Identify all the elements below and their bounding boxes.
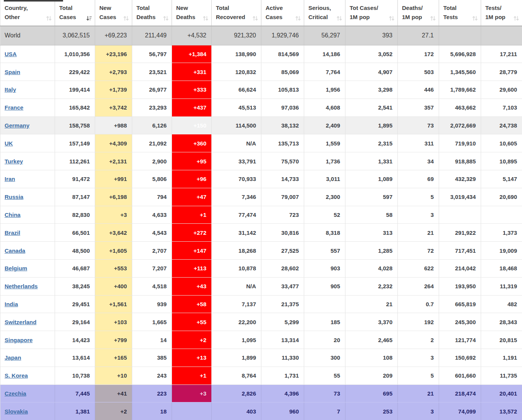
sort-icon[interactable] [163,15,169,21]
col-header-serious-critical[interactable]: Serious,Critical [304,0,345,26]
table-row: Canada48,500+1,6052,707+14718,26827,5255… [0,242,522,260]
cell-total-deaths: 2,900 [132,152,172,170]
country-link[interactable]: Czechia [5,390,26,397]
country-link[interactable]: Switzerland [5,319,36,325]
cell-total-tests: 291,922 [439,224,481,242]
cell-serious-critical: 557 [304,242,345,260]
cell-total-recovered: N/A [212,277,261,295]
table-row: UK157,149+4,30921,092+360N/A135,7131,559… [0,134,522,152]
col-header-total-recovered[interactable]: TotalRecovered [212,0,261,26]
cell-total-cases: 165,842 [55,99,95,116]
cell-total-tests: 1,789,662 [439,81,481,99]
cell-new-cases: +4,309 [95,134,132,152]
cell-active-cases: 30,816 [261,224,304,242]
cell-deaths-per-1m: 357 [398,99,439,116]
col-header-total-cases[interactable]: TotalCases [55,0,95,26]
cell-total-cases: 48,500 [55,242,95,260]
country-link[interactable]: Turkey [5,158,23,165]
cell-active-cases: 4,396 [261,384,304,402]
country-link[interactable]: Singapore [5,337,32,343]
sort-icon[interactable] [295,15,301,21]
country-link[interactable]: Italy [5,86,16,93]
cell-total-recovered: 120,832 [212,63,261,81]
cell-total-tests: 5,696,928 [439,45,481,63]
sort-desc-icon[interactable] [86,15,92,21]
cell-new-deaths: +437 [172,99,212,116]
country-link[interactable]: USA [5,51,17,57]
sort-icon[interactable] [203,15,209,21]
cell-serious-critical: 56,297 [304,26,345,45]
country-link[interactable]: Belgium [5,265,27,271]
cell-tests-per-1m: 19,009 [481,242,522,260]
cell-deaths-per-1m: 21 [398,224,439,242]
sort-icon[interactable] [389,15,395,21]
cell-total-deaths: 1,665 [132,313,172,331]
country-link[interactable]: Canada [5,247,25,254]
table-row: Netherlands38,245+4004,518+43N/A33,47790… [0,277,522,295]
country-link[interactable]: Slovakia [5,408,28,415]
cell-total-cases: 66,501 [55,224,95,242]
tab-indicator [4,0,63,2]
cell-new-deaths: +150 [172,116,212,134]
col-header-name[interactable]: Country,Other [0,0,55,26]
cell-total-recovered: 1,899 [212,349,261,367]
sort-icon[interactable] [513,15,519,21]
sort-icon[interactable] [123,15,129,21]
cell-total-deaths: 18 [132,402,172,420]
country-link[interactable]: India [5,301,18,307]
cell-cases-per-1m: 4,028 [345,260,398,278]
cell-new-deaths: +1 [172,206,212,224]
sort-icon[interactable] [472,15,478,21]
col-header-label: Recovered [216,14,245,20]
cell-cases-per-1m: 209 [345,367,398,384]
cell-active-cases: 135,713 [261,134,304,152]
col-header-total-deaths[interactable]: TotalDeaths [132,0,172,26]
country-link[interactable]: Iran [5,176,15,182]
cell-active-cases: 85,069 [261,63,304,81]
table-row: Russia87,147+6,198794+477,34679,0072,300… [0,188,522,206]
country-link[interactable]: Germany [5,122,29,129]
col-header-deaths-per-1m[interactable]: Deaths/1M pop [398,0,439,26]
cell-total-cases: 46,687 [55,260,95,278]
col-header-new-cases[interactable]: NewCases [95,0,132,26]
sort-icon[interactable] [430,15,436,21]
cell-total-tests: 918,885 [439,152,481,170]
cell-tests-per-1m: 29,600 [481,81,522,99]
country-link[interactable]: China [5,212,21,218]
country-link[interactable]: Spain [5,69,20,75]
table-row: Czechia7,445+41223+32,8264,3967369521218… [0,384,522,402]
cell-new-cases: +400 [95,277,132,295]
cell-total-deaths: 385 [132,349,172,367]
table-row: USA1,010,356+23,19656,797+1,384138,99081… [0,45,522,63]
sort-icon[interactable] [336,15,342,21]
cell-deaths-per-1m: 69 [398,170,439,188]
sort-icon[interactable] [252,15,258,21]
cell-serious-critical: 185 [304,313,345,331]
cell-serious-critical: 4,608 [304,99,345,116]
col-header-active-cases[interactable]: ActiveCases [261,0,304,26]
country-link[interactable]: Japan [5,354,21,361]
country-link[interactable]: UK [5,140,13,147]
world-label: World [5,32,21,39]
cell-serious-critical: 3,011 [304,170,345,188]
cell-new-cases: +799 [95,331,132,349]
col-header-cases-per-1m[interactable]: Tot Cases/1M pop [345,0,398,26]
cell-new-cases: +3 [95,206,132,224]
cell-cases-per-1m: 695 [345,384,398,402]
sort-icon[interactable] [46,15,52,21]
country-link[interactable]: Brazil [5,229,20,236]
cell-deaths-per-1m: 192 [398,313,439,331]
cell-cases-per-1m: 3,052 [345,45,398,63]
cell-total-recovered: 7,346 [212,188,261,206]
country-link[interactable]: Russia [5,194,23,200]
country-link[interactable]: S. Korea [5,372,28,379]
cell-total-deaths: 7,207 [132,260,172,278]
col-header-total-tests[interactable]: TotalTests [439,0,481,26]
country-link[interactable]: Netherlands [5,283,38,289]
col-header-tests-per-1m[interactable]: Tests/1M pop [481,0,522,26]
col-header-new-deaths[interactable]: NewDeaths [172,0,212,26]
cell-name: Czechia [0,384,55,402]
cell-new-deaths: +96 [172,170,212,188]
cell-name: Belgium [0,260,55,278]
country-link[interactable]: France [5,104,23,111]
